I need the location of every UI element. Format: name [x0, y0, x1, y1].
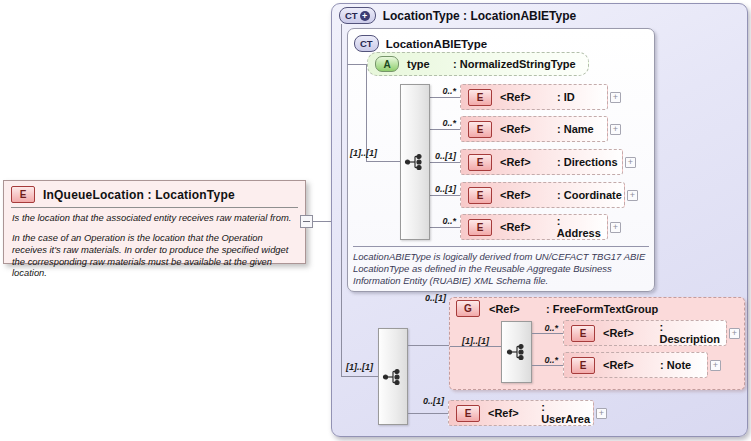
expand-icon[interactable]: +: [625, 157, 636, 168]
sequence-compositor[interactable]: [378, 328, 408, 425]
element-ref: <Ref>: [500, 91, 557, 103]
attribute-name: type: [407, 58, 453, 70]
complextype-icon: CT: [354, 35, 379, 52]
panel-title: LocationType : LocationABIEType: [383, 9, 577, 23]
cardinality-label: 0..*: [530, 355, 558, 365]
element-icon: E: [468, 154, 492, 171]
group-icon: G: [456, 300, 480, 317]
expand-icon[interactable]: +: [710, 360, 721, 371]
element-ref: <Ref>: [603, 327, 659, 339]
sequence-compositor[interactable]: [501, 321, 532, 383]
element-icon: E: [456, 405, 480, 422]
schema-diagram: E InQueueLocation : LocationType Is the …: [0, 0, 751, 441]
connector-line: [313, 221, 331, 222]
element-coordinate[interactable]: E <Ref> : Coordinate: [460, 182, 625, 208]
element-id[interactable]: E <Ref> : ID: [460, 84, 608, 110]
connector-line: [532, 365, 563, 366]
element-userarea[interactable]: E <Ref> : UserArea: [448, 400, 594, 426]
cardinality-label: [1]..[1]: [462, 336, 500, 346]
connector-line: [430, 195, 460, 196]
element-name: : Address: [557, 215, 607, 239]
connector-line: [408, 413, 448, 414]
connector-line: [408, 345, 449, 346]
connector-line: [366, 161, 400, 162]
element-name: : ID: [557, 91, 575, 103]
sequence-icon: [382, 368, 404, 386]
element-ref: <Ref>: [500, 189, 557, 201]
group-name: : FreeFormTextGroup: [546, 303, 658, 315]
entity-documentation: Is the location that the associated enti…: [4, 208, 305, 279]
entity-title: InQueueLocation : LocationType: [43, 188, 235, 202]
panel-header: CT+ LocationType : LocationABIEType: [339, 7, 576, 24]
derived-plus-icon: +: [360, 11, 370, 21]
element-ref: <Ref>: [500, 123, 557, 135]
connector-line: [341, 24, 342, 377]
connector-line: [430, 162, 460, 163]
element-icon: E: [468, 219, 492, 236]
element-icon: E: [11, 186, 35, 203]
connector-line: [532, 333, 563, 334]
element-name: : Directions: [557, 156, 618, 168]
doc-paragraph: In the case of an Operation is the locat…: [12, 232, 297, 279]
complextype-icon: CT+: [339, 7, 376, 24]
connector-line: [341, 376, 378, 377]
cardinality-label: 0..[1]: [410, 293, 446, 303]
element-directions[interactable]: E <Ref> : Directions: [460, 149, 623, 175]
element-icon: E: [468, 89, 492, 106]
element-ref: <Ref>: [603, 359, 660, 371]
connector-line: [450, 346, 501, 347]
element-name: : Name: [557, 123, 594, 135]
expand-icon[interactable]: +: [610, 92, 621, 103]
inner-header: CT LocationABIEType: [354, 35, 487, 52]
inner-title: LocationABIEType: [386, 38, 487, 50]
attribute-icon: A: [375, 56, 399, 72]
cardinality-label: 0..*: [420, 216, 456, 226]
element-icon: E: [468, 187, 492, 204]
connector-line: [430, 227, 460, 228]
expand-icon[interactable]: +: [729, 328, 740, 339]
cardinality-label: [1]..[1]: [350, 148, 392, 158]
cardinality-label: 0..*: [530, 323, 558, 333]
cardinality-label: 0..*: [420, 118, 456, 128]
group-header: G <Ref> : FreeFormTextGroup: [456, 300, 658, 317]
entity-header: E InQueueLocation : LocationType: [4, 181, 305, 207]
expand-icon[interactable]: +: [596, 408, 607, 419]
doc-paragraph: Is the location that the associated enti…: [12, 212, 297, 224]
attribute-type-name: : NormalizedStringType: [453, 58, 576, 70]
expand-icon[interactable]: +: [627, 190, 638, 201]
sequence-icon: [506, 343, 528, 361]
attribute-type[interactable]: A type : NormalizedStringType: [367, 52, 589, 76]
element-description[interactable]: E <Ref> : Description: [563, 320, 727, 346]
connector-line: [430, 97, 460, 98]
collapse-icon[interactable]: [300, 215, 313, 228]
element-name: : Note: [660, 359, 691, 371]
expand-icon[interactable]: +: [610, 222, 621, 233]
element-name: : Coordinate: [557, 189, 622, 201]
divider: [353, 246, 649, 247]
cardinality-label: 0..*: [420, 86, 456, 96]
element-ref: <Ref>: [500, 221, 557, 233]
element-inqueuelocation[interactable]: E InQueueLocation : LocationType Is the …: [3, 180, 306, 264]
element-name-box[interactable]: E <Ref> : Name: [460, 116, 608, 142]
connector-line: [347, 64, 368, 65]
connector-line: [430, 129, 460, 130]
element-icon: E: [571, 357, 595, 374]
type-annotation: LocationABIEType is logically derived fr…: [353, 251, 647, 287]
element-note[interactable]: E <Ref> : Note: [563, 352, 708, 378]
element-icon: E: [468, 121, 492, 138]
element-name: : UserArea: [541, 401, 593, 425]
element-ref: <Ref>: [500, 156, 557, 168]
cardinality-label: 0..[1]: [420, 184, 456, 194]
element-name: : Description: [659, 321, 726, 345]
cardinality-label: 0..[1]: [408, 396, 444, 406]
element-icon: E: [571, 325, 595, 342]
cardinality-label: 0..[1]: [420, 151, 456, 161]
element-address[interactable]: E <Ref> : Address: [460, 214, 608, 240]
element-ref: <Ref>: [488, 407, 541, 419]
expand-icon[interactable]: +: [610, 124, 621, 135]
group-ref: <Ref>: [489, 303, 546, 315]
